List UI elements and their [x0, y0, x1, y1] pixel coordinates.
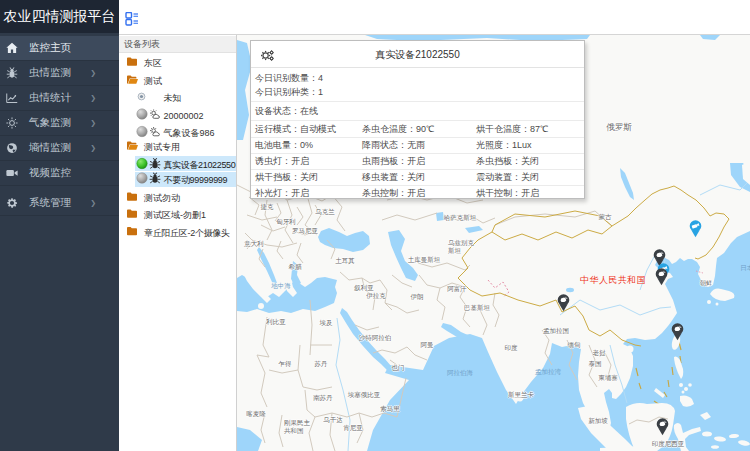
svg-text:东区: 东区 [143, 58, 162, 68]
svg-text:未知: 未知 [164, 93, 182, 103]
svg-text:不要动99999999: 不要动99999999 [164, 175, 228, 185]
svg-text:测试区域-勿删1: 测试区域-勿删1 [143, 210, 206, 220]
svg-text:章丘阳丘区-2个摄像头: 章丘阳丘区-2个摄像头 [144, 228, 230, 238]
svg-text:测试勿动: 测试勿动 [143, 193, 180, 203]
svg-text:测试专用: 测试专用 [143, 142, 180, 152]
svg-text:测试: 测试 [143, 76, 162, 86]
svg-text:气象设备986: 气象设备986 [163, 128, 215, 138]
svg-text:20000002: 20000002 [164, 111, 204, 121]
svg-text:真实设备21022550: 真实设备21022550 [164, 160, 236, 170]
